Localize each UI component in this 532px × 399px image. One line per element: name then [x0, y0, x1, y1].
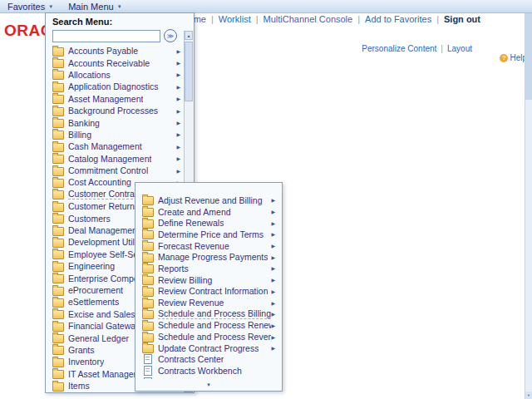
cascade-arrow-icon: ▶: [176, 131, 182, 137]
search-menu-label: Search Menu:: [52, 17, 180, 27]
menu-item-cash-management[interactable]: Cash Management▶: [46, 140, 185, 152]
scroll-down-arrow-icon[interactable]: ▼: [525, 392, 532, 399]
scrollbar-thumb[interactable]: [185, 42, 193, 101]
menu-item-label: Create and Amend: [158, 207, 231, 217]
cascade-arrow-icon: ▶: [176, 144, 182, 150]
layout-link[interactable]: Layout: [447, 44, 472, 53]
menu-item-label: eSettlements: [68, 297, 119, 307]
menu-item-banking[interactable]: Banking▶: [46, 116, 185, 128]
menu-item-application-diagnostics[interactable]: Application Diagnostics▶: [46, 81, 185, 92]
nav-link-add-to-favorites[interactable]: Add to Favorites: [365, 14, 431, 24]
favorites-menu-button[interactable]: Favorites ▼: [0, 0, 61, 12]
folder-icon: [142, 196, 154, 205]
separator: |: [256, 14, 259, 24]
main-menu-label: Main Menu: [68, 2, 113, 12]
cascade-arrow-icon: ▶: [176, 71, 182, 77]
menu-item-define-renewals[interactable]: Define Renewals▶: [135, 217, 279, 229]
cascade-arrow-icon: ▶: [176, 48, 182, 54]
menu-item-create-and-amend[interactable]: Create and Amend▶: [135, 206, 279, 218]
cascade-arrow-icon: ▶: [271, 220, 277, 226]
menu-item-schedule-and-process-revenue[interactable]: Schedule and Process Revenue▶: [135, 331, 279, 342]
menu-item-accounts-receivable[interactable]: Accounts Receivable▶: [46, 57, 185, 68]
separator: |: [357, 14, 360, 24]
folder-icon: [52, 119, 64, 128]
main-menu-button[interactable]: Main Menu ▼: [61, 0, 129, 12]
separator: |: [441, 44, 443, 53]
search-go-button[interactable]: ≫: [164, 29, 177, 42]
menu-item-review-billing[interactable]: Review Billing▶: [135, 274, 279, 286]
menu-item-asset-management[interactable]: Asset Management▶: [46, 93, 185, 105]
menu-item-accounts-payable[interactable]: Accounts Payable▶: [46, 45, 185, 57]
folder-icon: [142, 310, 154, 319]
folder-icon: [142, 254, 154, 263]
menu-item-allocations[interactable]: Allocations▶: [46, 69, 185, 81]
menu-item-forecast-revenue[interactable]: Forecast Revenue▶: [135, 240, 279, 252]
menu-search-input[interactable]: [52, 30, 160, 42]
folder-icon: [142, 276, 154, 285]
menu-item-determine-price-and-terms[interactable]: Determine Price and Terms▶: [135, 229, 279, 240]
cascade-arrow-icon: ▶: [271, 334, 277, 340]
menu-item-adjust-revenue-and-billing[interactable]: Adjust Revenue and Billing▶: [135, 195, 279, 206]
menu-item-schedule-and-process-billing[interactable]: Schedule and Process Billing▶: [135, 308, 279, 320]
menu-item-catalog-management[interactable]: Catalog Management▶: [46, 153, 185, 165]
menu-item-label: Manage Progress Payments: [158, 252, 268, 262]
menu-item-manage-progress-payments[interactable]: Manage Progress Payments▶: [135, 251, 279, 263]
menu-item-label: Review Billing: [158, 275, 212, 285]
menu-item-background-processes[interactable]: Background Processes▶: [46, 105, 185, 116]
nav-link-worklist[interactable]: Worklist: [219, 14, 251, 24]
cascade-arrow-icon: ▶: [271, 345, 277, 351]
menu-item-label: Financial Gateway: [68, 321, 140, 331]
folder-icon: [52, 263, 64, 272]
menu-item-label: Determine Price and Terms: [158, 229, 264, 239]
folder-icon: [142, 288, 154, 297]
menu-item-billing[interactable]: Billing▶: [46, 129, 185, 140]
menu-item-review-revenue[interactable]: Review Revenue▶: [135, 297, 279, 308]
folder-icon: [52, 190, 64, 200]
menu-item-review-contract-information[interactable]: Review Contract Information▶: [135, 286, 279, 298]
folder-icon: [52, 382, 64, 392]
menu-item-label: Allocations: [68, 70, 111, 80]
cascade-arrow-icon: ▶: [271, 311, 277, 317]
separator: |: [211, 14, 214, 24]
folder-icon: [52, 167, 64, 176]
page-scrollbar[interactable]: ▲ ▼: [525, 0, 532, 399]
cascade-arrow-icon: ▶: [271, 254, 277, 260]
sign-out-link[interactable]: Sign out: [444, 14, 480, 24]
menu-item-label: Review Contract Information: [158, 286, 268, 296]
menu-item-schedule-and-process-renewals[interactable]: Schedule and Process Renewals▶: [135, 320, 279, 332]
cascade-arrow-icon: ▶: [271, 231, 277, 237]
folder-icon: [52, 239, 64, 248]
personalize-content-link[interactable]: Personalize Content: [362, 44, 436, 53]
cascade-arrow-icon: ▶: [271, 300, 277, 306]
folder-icon: [142, 344, 154, 353]
menu-item-label: Grants: [68, 345, 95, 355]
menu-item-contracts-workbench[interactable]: Contracts Workbench: [135, 365, 279, 377]
menu-item-commitment-control[interactable]: Commitment Control▶: [46, 165, 185, 176]
folder-icon: [52, 203, 64, 212]
folder-icon: [142, 219, 154, 229]
folder-icon: [142, 230, 154, 239]
nav-link-multichannel-console[interactable]: MultiChannel Console: [264, 14, 353, 24]
menu-item-label: Background Processes: [68, 106, 158, 116]
menu-item-label: Schedule and Process Renewals: [158, 320, 271, 330]
menu-item-label: Customer Returns: [68, 201, 139, 211]
folder-icon: [52, 214, 64, 224]
page-scrollbar-thumb[interactable]: [525, 8, 532, 100]
menu-item-label: Banking: [68, 118, 100, 128]
folder-icon: [142, 208, 154, 217]
folder-icon: [52, 298, 64, 308]
folder-icon: [52, 155, 64, 164]
submenu-scroll-down-indicator[interactable]: ▼: [136, 379, 281, 390]
scroll-up-arrow-icon[interactable]: ▲: [185, 31, 193, 40]
folder-icon: [52, 274, 64, 283]
cascade-arrow-icon: ▶: [271, 323, 277, 328]
cascade-arrow-icon: ▶: [176, 84, 182, 90]
menu-item-label: Catalog Management: [68, 154, 151, 164]
folder-icon: [52, 83, 64, 92]
folder-icon: [52, 71, 64, 80]
folder-icon: [52, 334, 64, 343]
folder-icon: [52, 107, 64, 116]
menu-item-reports[interactable]: Reports▶: [135, 263, 279, 274]
menu-item-contracts-center[interactable]: Contracts Center: [135, 354, 279, 366]
menu-item-update-contract-progress[interactable]: Update Contract Progress▶: [135, 342, 279, 354]
